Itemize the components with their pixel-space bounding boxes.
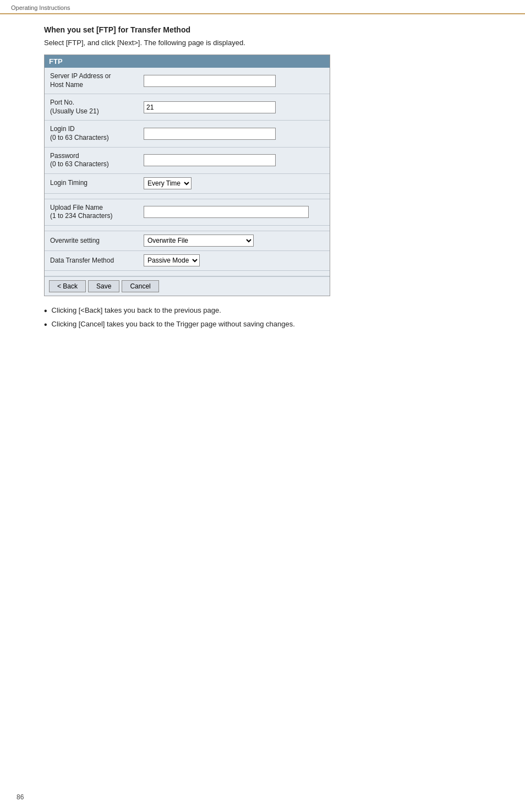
list-item: • Clicking [<Back] takes you back to the… bbox=[44, 306, 481, 315]
table-row: Overwrite setting Overwrite File Create … bbox=[45, 231, 330, 251]
bullet-text-2: Clicking [Cancel] takes you back to the … bbox=[52, 320, 295, 328]
page-header: Operating Instructions bbox=[0, 0, 525, 14]
transfer-method-select[interactable]: Passive Mode Active Mode bbox=[144, 254, 200, 266]
field-label-port: Port No.(Usually Use 21) bbox=[45, 96, 144, 118]
table-row: Login Timing Every Time Once bbox=[45, 174, 330, 194]
ftp-buttons-row: < Back Save Cancel bbox=[45, 276, 330, 296]
bullet-text-1: Clicking [<Back] takes you back to the p… bbox=[52, 306, 221, 314]
spacer-row bbox=[45, 194, 330, 199]
upload-filename-input[interactable] bbox=[144, 206, 309, 218]
ftp-table-body: Server IP Address orHost Name Port No.(U… bbox=[45, 68, 330, 296]
table-row: Data Transfer Method Passive Mode Active… bbox=[45, 251, 330, 271]
server-ip-input[interactable] bbox=[144, 75, 276, 87]
field-label-login-timing: Login Timing bbox=[45, 177, 144, 190]
table-row: Upload File Name(1 to 234 Characters) bbox=[45, 199, 330, 226]
field-value-transfer-method: Passive Mode Active Mode bbox=[144, 253, 330, 268]
list-item: • Clicking [Cancel] takes you back to th… bbox=[44, 320, 481, 329]
overwrite-setting-select[interactable]: Overwrite File Create New File bbox=[144, 235, 254, 247]
field-value-overwrite: Overwrite File Create New File bbox=[144, 233, 330, 248]
table-row: Server IP Address orHost Name bbox=[45, 68, 330, 94]
field-value-password bbox=[144, 153, 330, 167]
page-number: 86 bbox=[17, 793, 24, 801]
field-label-upload-filename: Upload File Name(1 to 234 Characters) bbox=[45, 201, 144, 223]
field-value-loginid bbox=[144, 127, 330, 141]
field-value-port bbox=[144, 100, 330, 115]
password-input[interactable] bbox=[144, 154, 276, 166]
back-button[interactable]: < Back bbox=[49, 280, 86, 292]
field-value-upload-filename bbox=[144, 205, 330, 219]
field-label-transfer-method: Data Transfer Method bbox=[45, 254, 144, 268]
field-label-overwrite: Overwrite setting bbox=[45, 235, 144, 248]
cancel-button[interactable]: Cancel bbox=[122, 280, 158, 292]
bullet-dot: • bbox=[44, 307, 47, 315]
field-label-server: Server IP Address orHost Name bbox=[45, 70, 144, 91]
spacer-row2 bbox=[45, 226, 330, 231]
table-row: Port No.(Usually Use 21) bbox=[45, 94, 330, 121]
login-timing-select[interactable]: Every Time Once bbox=[144, 177, 192, 189]
ftp-table: FTP Server IP Address orHost Name Port N… bbox=[44, 55, 330, 296]
field-value-server bbox=[144, 74, 330, 88]
table-row: Password(0 to 63 Characters) bbox=[45, 148, 330, 174]
header-label: Operating Instructions bbox=[11, 4, 70, 11]
loginid-input[interactable] bbox=[144, 128, 276, 140]
port-input[interactable] bbox=[144, 101, 276, 113]
spacer-row3 bbox=[45, 271, 330, 276]
bullet-list: • Clicking [<Back] takes you back to the… bbox=[44, 306, 481, 329]
table-row: Login ID(0 to 63 Characters) bbox=[45, 121, 330, 147]
bullet-dot: • bbox=[44, 320, 47, 329]
page-content: When you set [FTP] for Transfer Method S… bbox=[0, 14, 525, 356]
section-title: When you set [FTP] for Transfer Method bbox=[44, 25, 481, 34]
field-value-login-timing: Every Time Once bbox=[144, 176, 330, 190]
section-desc: Select [FTP], and click [Next>]. The fol… bbox=[44, 39, 481, 47]
ftp-table-header: FTP bbox=[45, 55, 330, 68]
field-label-loginid: Login ID(0 to 63 Characters) bbox=[45, 123, 144, 144]
field-label-password: Password(0 to 63 Characters) bbox=[45, 150, 144, 171]
save-button[interactable]: Save bbox=[88, 280, 119, 292]
